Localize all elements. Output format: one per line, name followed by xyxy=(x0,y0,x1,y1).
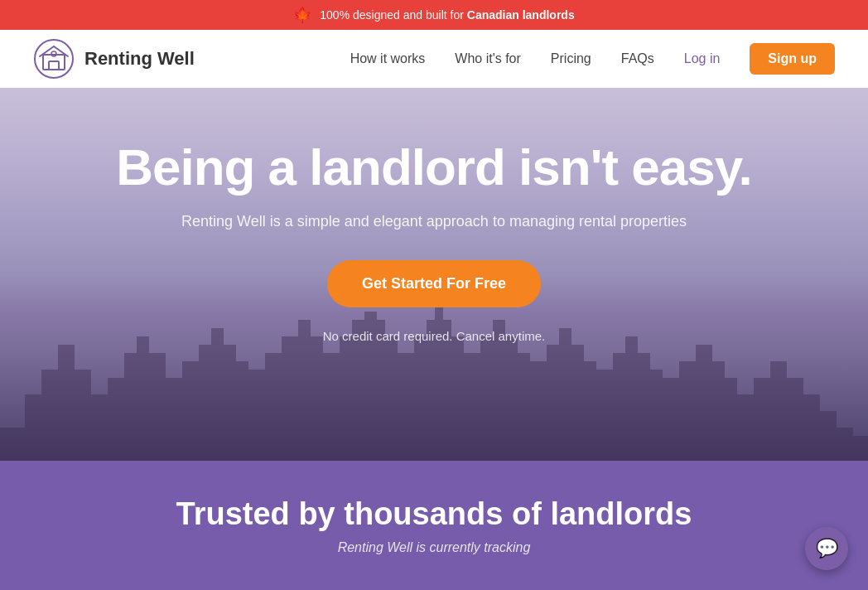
maple-leaf-icon: 🍁 xyxy=(293,6,311,24)
hero-content: Being a landlord isn't easy. Renting Wel… xyxy=(116,138,752,343)
nav-pricing[interactable]: Pricing xyxy=(551,51,591,66)
nav-how-it-works[interactable]: How it works xyxy=(350,51,426,66)
logo-link[interactable]: Renting Well xyxy=(33,38,195,80)
hero-subtitle: Renting Well is a simple and elegant app… xyxy=(116,213,752,230)
hero-title: Being a landlord isn't easy. xyxy=(116,138,752,196)
trusted-title: Trusted by thousands of landlords xyxy=(176,496,692,532)
nav-links: How it works Who it's for Pricing FAQs L… xyxy=(350,43,835,75)
nav-login-link[interactable]: Log in xyxy=(684,51,721,66)
navbar: Renting Well How it works Who it's for P… xyxy=(0,30,868,88)
svg-rect-2 xyxy=(49,61,59,70)
nav-who-its-for[interactable]: Who it's for xyxy=(455,51,521,66)
nav-signup-button[interactable]: Sign up xyxy=(750,43,835,75)
hero-section: Being a landlord isn't easy. Renting Wel… xyxy=(0,88,868,461)
trusted-section: Trusted by thousands of landlords Rentin… xyxy=(0,461,868,590)
cta-button[interactable]: Get Started For Free xyxy=(327,260,541,307)
chat-button[interactable]: 💬 xyxy=(805,527,848,570)
banner-text: 100% designed and built for Canadian lan… xyxy=(320,8,574,22)
banner-regular-text: 100% designed and built for xyxy=(320,8,466,22)
chat-icon: 💬 xyxy=(816,538,838,559)
logo-icon xyxy=(33,38,75,80)
nav-faqs[interactable]: FAQs xyxy=(621,51,654,66)
banner-bold-text: Canadian landlords xyxy=(467,8,575,22)
hero-note: No credit card required. Cancel anytime. xyxy=(116,329,752,343)
trusted-subtitle: Renting Well is currently tracking xyxy=(338,540,531,555)
logo-text: Renting Well xyxy=(84,48,195,70)
top-banner: 🍁 100% designed and built for Canadian l… xyxy=(0,0,868,30)
